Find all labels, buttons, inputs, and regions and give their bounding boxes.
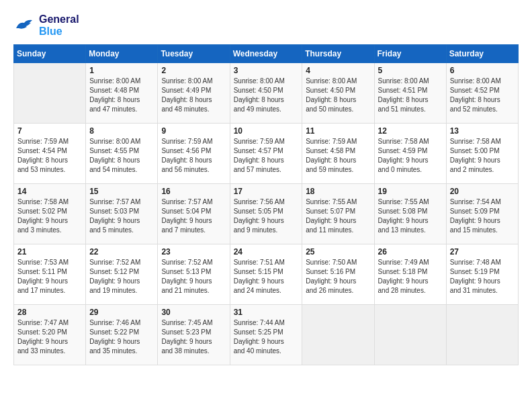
calendar-cell: 18Sunrise: 7:55 AMSunset: 5:07 PMDayligh… [302,184,374,244]
calendar-cell: 4Sunrise: 8:00 AMSunset: 4:50 PMDaylight… [302,63,374,124]
day-number: 23 [161,247,226,257]
day-number: 28 [17,308,82,317]
day-info: Sunrise: 8:00 AMSunset: 4:52 PMDaylight:… [450,77,515,114]
day-info: Sunrise: 7:59 AMSunset: 4:57 PMDaylight:… [234,137,299,175]
day-info: Sunrise: 7:46 AMSunset: 5:22 PMDaylight:… [89,318,154,356]
day-info: Sunrise: 8:00 AMSunset: 4:49 PMDaylight:… [161,77,226,114]
calendar-cell: 25Sunrise: 7:50 AMSunset: 5:16 PMDayligh… [302,244,374,305]
calendar-cell: 22Sunrise: 7:52 AMSunset: 5:12 PMDayligh… [86,244,158,305]
calendar-cell: 10Sunrise: 7:59 AMSunset: 4:57 PMDayligh… [230,124,302,184]
day-info: Sunrise: 7:58 AMSunset: 5:00 PMDaylight:… [450,137,515,175]
day-header-thursday: Thursday [302,45,374,63]
day-info: Sunrise: 7:57 AMSunset: 5:03 PMDaylight:… [89,197,154,235]
day-info: Sunrise: 8:00 AMSunset: 4:50 PMDaylight:… [306,77,370,114]
day-info: Sunrise: 8:00 AMSunset: 4:48 PMDaylight:… [89,77,154,114]
calendar-cell [446,305,518,365]
day-info: Sunrise: 8:00 AMSunset: 4:51 PMDaylight:… [378,77,443,114]
calendar-cell: 29Sunrise: 7:46 AMSunset: 5:22 PMDayligh… [86,305,158,365]
calendar-cell: 31Sunrise: 7:44 AMSunset: 5:25 PMDayligh… [230,305,302,365]
calendar-cell: 2Sunrise: 8:00 AMSunset: 4:49 PMDaylight… [158,63,230,124]
day-header-tuesday: Tuesday [158,45,230,63]
day-info: Sunrise: 7:52 AMSunset: 5:13 PMDaylight:… [161,258,226,295]
calendar-cell: 16Sunrise: 7:57 AMSunset: 5:04 PMDayligh… [158,184,230,244]
day-number: 22 [89,247,154,257]
day-number: 14 [17,187,82,196]
calendar-cell: 1Sunrise: 8:00 AMSunset: 4:48 PMDaylight… [86,63,158,124]
calendar-week-1: 1Sunrise: 8:00 AMSunset: 4:48 PMDaylight… [14,63,519,124]
day-info: Sunrise: 7:52 AMSunset: 5:12 PMDaylight:… [89,258,154,295]
calendar-cell: 21Sunrise: 7:53 AMSunset: 5:11 PMDayligh… [14,244,86,305]
day-header-sunday: Sunday [14,45,86,63]
day-info: Sunrise: 7:59 AMSunset: 4:54 PMDaylight:… [17,137,82,175]
day-number: 27 [450,247,515,257]
calendar-cell: 28Sunrise: 7:47 AMSunset: 5:20 PMDayligh… [14,305,86,365]
day-number: 13 [450,126,515,136]
day-header-monday: Monday [86,45,158,63]
day-info: Sunrise: 7:57 AMSunset: 5:04 PMDaylight:… [161,197,226,235]
day-number: 26 [378,247,443,257]
calendar-header-row: SundayMondayTuesdayWednesdayThursdayFrid… [14,45,519,63]
day-number: 29 [89,308,154,317]
day-info: Sunrise: 7:58 AMSunset: 5:02 PMDaylight:… [17,197,82,235]
calendar-cell: 13Sunrise: 7:58 AMSunset: 5:00 PMDayligh… [446,124,518,184]
calendar-cell: 8Sunrise: 8:00 AMSunset: 4:55 PMDaylight… [86,124,158,184]
day-header-wednesday: Wednesday [230,45,302,63]
day-info: Sunrise: 7:55 AMSunset: 5:08 PMDaylight:… [378,197,443,235]
day-number: 25 [306,247,370,257]
day-number: 7 [17,126,82,136]
calendar-cell: 3Sunrise: 8:00 AMSunset: 4:50 PMDaylight… [230,63,302,124]
calendar-week-5: 28Sunrise: 7:47 AMSunset: 5:20 PMDayligh… [14,305,519,365]
calendar-cell: 24Sunrise: 7:51 AMSunset: 5:15 PMDayligh… [230,244,302,305]
day-number: 3 [234,66,299,75]
day-info: Sunrise: 7:50 AMSunset: 5:16 PMDaylight:… [306,258,370,295]
calendar-cell [374,305,446,365]
calendar-cell: 30Sunrise: 7:45 AMSunset: 5:23 PMDayligh… [158,305,230,365]
day-info: Sunrise: 7:48 AMSunset: 5:19 PMDaylight:… [450,258,515,295]
calendar-cell: 5Sunrise: 8:00 AMSunset: 4:51 PMDaylight… [374,63,446,124]
calendar-week-3: 14Sunrise: 7:58 AMSunset: 5:02 PMDayligh… [14,184,519,244]
day-number: 24 [234,247,299,257]
day-number: 30 [161,308,226,317]
day-number: 16 [161,187,226,196]
day-info: Sunrise: 8:00 AMSunset: 4:50 PMDaylight:… [234,77,299,114]
calendar-cell: 12Sunrise: 7:58 AMSunset: 4:59 PMDayligh… [374,124,446,184]
calendar-cell [302,305,374,365]
calendar-cell: 23Sunrise: 7:52 AMSunset: 5:13 PMDayligh… [158,244,230,305]
day-number: 12 [378,126,443,136]
calendar-week-4: 21Sunrise: 7:53 AMSunset: 5:11 PMDayligh… [14,244,519,305]
calendar-cell: 26Sunrise: 7:49 AMSunset: 5:18 PMDayligh… [374,244,446,305]
calendar-cell [14,63,86,124]
day-number: 31 [234,308,299,317]
day-info: Sunrise: 7:44 AMSunset: 5:25 PMDaylight:… [234,318,299,356]
day-info: Sunrise: 7:45 AMSunset: 5:23 PMDaylight:… [161,318,226,356]
day-number: 19 [378,187,443,196]
calendar-cell: 19Sunrise: 7:55 AMSunset: 5:08 PMDayligh… [374,184,446,244]
page-header: General Blue [13,13,519,38]
day-number: 5 [378,66,443,75]
day-number: 9 [161,126,226,136]
logo: General Blue [13,13,79,38]
day-number: 15 [89,187,154,196]
calendar-cell: 27Sunrise: 7:48 AMSunset: 5:19 PMDayligh… [446,244,518,305]
day-info: Sunrise: 7:58 AMSunset: 4:59 PMDaylight:… [378,137,443,175]
day-number: 18 [306,187,370,196]
day-info: Sunrise: 7:56 AMSunset: 5:05 PMDaylight:… [234,197,299,235]
calendar-cell: 7Sunrise: 7:59 AMSunset: 4:54 PMDaylight… [14,124,86,184]
day-number: 17 [234,187,299,196]
calendar-cell: 11Sunrise: 7:59 AMSunset: 4:58 PMDayligh… [302,124,374,184]
day-number: 2 [161,66,226,75]
day-number: 11 [306,126,370,136]
day-number: 8 [89,126,154,136]
day-info: Sunrise: 7:53 AMSunset: 5:11 PMDaylight:… [17,258,82,295]
logo-text: General Blue [39,13,79,38]
day-info: Sunrise: 7:51 AMSunset: 5:15 PMDaylight:… [234,258,299,295]
day-header-friday: Friday [374,45,446,63]
calendar-cell: 15Sunrise: 7:57 AMSunset: 5:03 PMDayligh… [86,184,158,244]
calendar-cell: 6Sunrise: 8:00 AMSunset: 4:52 PMDaylight… [446,63,518,124]
day-header-saturday: Saturday [446,45,518,63]
calendar-cell: 20Sunrise: 7:54 AMSunset: 5:09 PMDayligh… [446,184,518,244]
day-info: Sunrise: 7:59 AMSunset: 4:58 PMDaylight:… [306,137,370,175]
day-number: 1 [89,66,154,75]
day-number: 10 [234,126,299,136]
day-info: Sunrise: 7:49 AMSunset: 5:18 PMDaylight:… [378,258,443,295]
